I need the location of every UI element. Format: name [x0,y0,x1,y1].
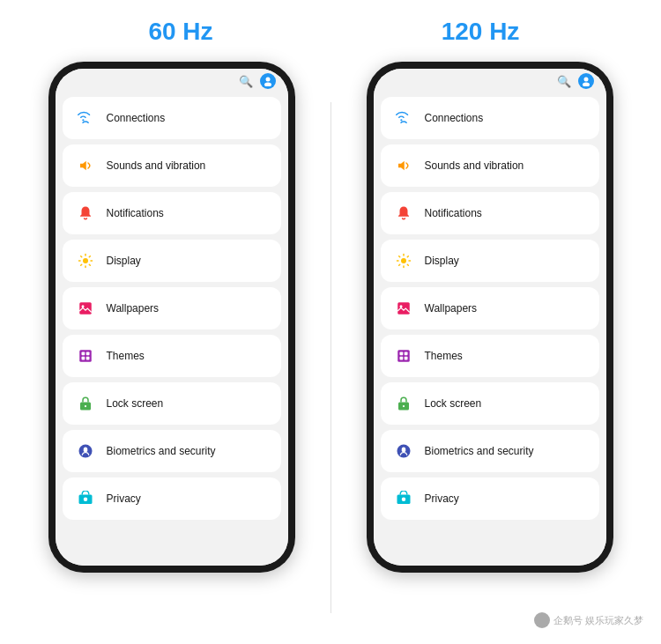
right-phone-screen: 🔍 ConnectionsSounds and vibrationNotific… [374,69,606,566]
svg-rect-9 [85,352,89,356]
lock-icon [391,391,416,416]
settings-item-notifications[interactable]: Notifications [63,192,281,234]
svg-rect-21 [397,302,410,315]
settings-label-connections: Connections [425,112,484,124]
settings-label-lockscreen: Lock screen [107,397,164,410]
settings-label-notifications: Notifications [107,207,164,219]
biometrics-icon [391,439,416,463]
svg-point-31 [401,498,405,502]
settings-item-lockscreen[interactable]: Lock screen [63,382,281,425]
svg-point-4 [83,258,88,263]
settings-item-privacy[interactable]: Privacy [381,477,599,520]
display-icon [391,248,416,273]
left-search-icon[interactable]: 🔍 [239,75,253,88]
svg-point-16 [583,78,588,82]
themes-icon [73,344,98,368]
settings-label-display: Display [107,255,141,267]
right-avatar-icon[interactable] [578,73,594,89]
settings-label-biometrics: Biometrics and security [425,445,534,457]
wallpaper-icon [73,296,98,321]
svg-rect-26 [399,357,403,360]
svg-point-15 [83,498,87,502]
svg-rect-25 [404,352,407,356]
titles-row: 60 Hz 120 Hz [31,18,630,46]
settings-item-connections[interactable]: Connections [381,97,599,139]
settings-label-display: Display [425,255,459,267]
themes-icon [391,344,416,368]
svg-rect-5 [79,302,92,315]
biometrics-icon [73,439,98,463]
main-container: 60 Hz 120 Hz 🔍 ConnectionsSounds and vib… [0,0,661,644]
left-settings-list: ConnectionsSounds and vibrationNotificat… [56,93,288,566]
sound-icon [391,153,416,178]
settings-item-display[interactable]: Display [63,240,281,282]
divider [330,102,331,613]
svg-rect-10 [81,357,85,360]
svg-marker-19 [398,161,405,171]
svg-point-1 [264,83,271,87]
settings-item-lockscreen[interactable]: Lock screen [381,382,599,425]
settings-label-biometrics: Biometrics and security [107,445,216,457]
settings-item-wallpapers[interactable]: Wallpapers [63,287,281,329]
phones-row: 🔍 ConnectionsSounds and vibrationNotific… [48,62,613,613]
svg-point-2 [82,119,84,121]
notif-icon [73,201,98,226]
settings-item-biometrics[interactable]: Biometrics and security [63,430,281,472]
svg-rect-11 [85,357,89,360]
right-search-icon[interactable]: 🔍 [557,75,571,88]
watermark-text: 企鹅号 娱乐玩家久梦 [553,614,643,627]
settings-item-wallpapers[interactable]: Wallpapers [381,287,599,329]
privacy-icon [391,486,416,511]
notif-icon [391,201,416,226]
right-phone: 🔍 ConnectionsSounds and vibrationNotific… [367,62,613,573]
svg-marker-3 [80,161,86,171]
settings-item-themes[interactable]: Themes [381,335,599,377]
right-status-bar: 🔍 [374,69,606,93]
svg-point-20 [401,258,406,263]
left-phone: 🔍 ConnectionsSounds and vibrationNotific… [48,62,295,573]
svg-rect-7 [79,350,92,362]
wifi-icon [391,106,416,130]
settings-label-themes: Themes [425,350,463,362]
settings-label-privacy: Privacy [425,492,459,505]
svg-point-29 [402,405,404,407]
watermark-icon [534,612,550,628]
settings-label-lockscreen: Lock screen [425,397,482,410]
settings-item-sounds[interactable]: Sounds and vibration [63,144,281,187]
left-phone-screen: 🔍 ConnectionsSounds and vibrationNotific… [56,69,288,566]
left-status-bar: 🔍 [56,69,288,93]
settings-item-privacy[interactable]: Privacy [63,477,281,520]
svg-point-6 [81,305,84,307]
settings-label-connections: Connections [107,112,166,124]
svg-point-13 [84,405,85,407]
settings-label-notifications: Notifications [425,207,482,219]
svg-point-22 [399,305,402,307]
settings-item-sounds[interactable]: Sounds and vibration [381,144,599,187]
lock-icon [73,391,98,416]
settings-item-themes[interactable]: Themes [63,335,281,377]
svg-rect-8 [81,352,85,356]
sound-icon [73,153,98,178]
settings-label-wallpapers: Wallpapers [107,302,160,315]
settings-label-sounds: Sounds and vibration [425,159,524,172]
svg-rect-27 [404,357,407,360]
privacy-icon [73,486,98,511]
right-settings-list: ConnectionsSounds and vibrationNotificat… [374,93,606,566]
settings-label-themes: Themes [107,350,145,362]
settings-label-sounds: Sounds and vibration [107,159,206,172]
svg-rect-24 [399,352,403,356]
settings-item-connections[interactable]: Connections [63,97,281,139]
settings-item-biometrics[interactable]: Biometrics and security [381,430,599,472]
settings-item-notifications[interactable]: Notifications [381,192,599,234]
left-avatar-icon[interactable] [260,73,276,89]
wallpaper-icon [391,296,416,321]
display-icon [73,248,98,273]
svg-point-18 [400,119,402,121]
wifi-icon [73,106,98,130]
svg-rect-23 [397,350,410,362]
settings-label-privacy: Privacy [107,492,141,505]
settings-item-display[interactable]: Display [381,240,599,282]
left-phone-label: 60 Hz [57,18,304,46]
settings-label-wallpapers: Wallpapers [425,302,478,315]
svg-point-0 [265,78,270,82]
